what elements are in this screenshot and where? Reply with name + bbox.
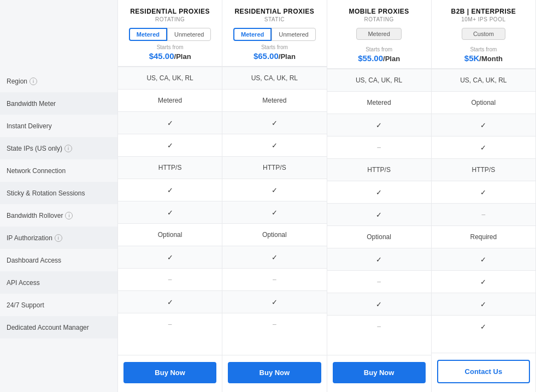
checkmark-icon: ✓ bbox=[480, 300, 486, 308]
tab-unmetered[interactable]: Unmetered bbox=[272, 28, 315, 41]
starts-from-label: Starts from bbox=[228, 44, 321, 50]
dash-icon: – bbox=[168, 320, 172, 328]
cell-text: Metered bbox=[367, 99, 391, 106]
checkmark-icon: ✓ bbox=[272, 298, 278, 306]
plan-cell: HTTP/S bbox=[222, 156, 326, 179]
dash-icon: – bbox=[377, 323, 381, 330]
checkmark-icon: ✓ bbox=[480, 256, 486, 264]
features-column: RegioniBandwidth MeterInstant DeliverySt… bbox=[0, 0, 117, 392]
checkmark-icon: ✓ bbox=[376, 300, 382, 308]
checkmark-icon: ✓ bbox=[480, 278, 486, 286]
feature-label-text: State IPs (US only)i bbox=[7, 145, 72, 152]
plan-header: MOBILE PROXIESROTATINGMeteredStarts from… bbox=[327, 0, 431, 69]
checkmark-icon: ✓ bbox=[480, 323, 486, 331]
plan-cell: US, CA, UK, RL bbox=[222, 67, 326, 89]
plan-cell: Metered bbox=[222, 89, 326, 111]
plan-cell: ✓ bbox=[118, 134, 222, 156]
plan-column-residential-static: RESIDENTIAL PROXIESSTATICMeteredUnmetere… bbox=[222, 0, 326, 392]
plan-cell: ✓ bbox=[222, 134, 326, 156]
features-header-spacer bbox=[0, 0, 117, 70]
plan-cell: Required bbox=[432, 225, 535, 248]
feature-label-row: Instant Delivery bbox=[0, 115, 117, 137]
plan-cell: ✓ bbox=[118, 290, 222, 313]
tab-unmetered[interactable]: Unmetered bbox=[167, 28, 211, 41]
buy-now-button[interactable]: Buy Now bbox=[333, 362, 426, 383]
plan-cell: Optional bbox=[222, 223, 326, 246]
plan-cell: Metered bbox=[327, 91, 431, 114]
info-icon: i bbox=[64, 145, 72, 152]
plan-cell: ✓ bbox=[118, 246, 222, 268]
feature-label-text: Instant Delivery bbox=[7, 122, 52, 130]
tab-metered[interactable]: Metered bbox=[233, 28, 272, 41]
single-tab: Custom bbox=[462, 28, 505, 40]
cell-text: HTTP/S bbox=[367, 166, 391, 174]
dash-icon: – bbox=[168, 276, 172, 283]
feature-label-text: Bandwidth Meter bbox=[7, 100, 56, 108]
plan-cell: ✓ bbox=[432, 248, 535, 270]
price: $65.00/Plan bbox=[228, 51, 321, 61]
feature-label-text: API Access bbox=[7, 279, 40, 287]
cell-text: HTTP/S bbox=[472, 166, 496, 174]
plan-column-mobile-rotating: MOBILE PROXIESROTATINGMeteredStarts from… bbox=[327, 0, 431, 392]
plan-name: RESIDENTIAL PROXIES bbox=[123, 8, 216, 15]
price-amount: $65.00 bbox=[254, 51, 279, 61]
plan-footer: Buy Now bbox=[327, 355, 431, 392]
buy-now-button[interactable]: Buy Now bbox=[123, 362, 216, 383]
dash-icon: – bbox=[273, 320, 276, 328]
checkmark-icon: ✓ bbox=[480, 188, 486, 197]
plan-column-b2b-enterprise: B2B | ENTERPRISE10M+ IPS POOLCustomStart… bbox=[431, 0, 536, 392]
cell-text: Optional bbox=[367, 233, 391, 241]
contact-us-button[interactable]: Contact Us bbox=[437, 360, 530, 383]
plan-cell: ✓ bbox=[432, 270, 535, 293]
plan-cell: ✓ bbox=[327, 293, 431, 315]
price-amount: $55.00 bbox=[358, 54, 383, 63]
plan-cell: ✓ bbox=[222, 179, 326, 201]
plan-cell: ✓ bbox=[222, 290, 326, 313]
plan-cell: Optional bbox=[118, 223, 222, 246]
feature-label-text: Dashboard Access bbox=[7, 257, 61, 264]
checkmark-icon: ✓ bbox=[272, 141, 278, 150]
plan-cell: Optional bbox=[432, 91, 535, 114]
checkmark-icon: ✓ bbox=[272, 253, 278, 262]
feature-label-row: Dedicated Account Manager bbox=[0, 316, 117, 338]
checkmark-icon: ✓ bbox=[272, 186, 278, 194]
plan-subname: ROTATING bbox=[123, 16, 216, 22]
checkmark-icon: ✓ bbox=[272, 209, 278, 217]
plan-cell: ✓ bbox=[222, 111, 326, 134]
single-tab: Metered bbox=[356, 28, 401, 40]
price: $55.00/Plan bbox=[333, 54, 426, 63]
feature-label-row: API Access bbox=[0, 271, 117, 294]
checkmark-icon: ✓ bbox=[167, 119, 173, 127]
checkmark-icon: ✓ bbox=[167, 209, 173, 217]
plan-name: RESIDENTIAL PROXIES bbox=[228, 8, 321, 15]
checkmark-icon: ✓ bbox=[167, 141, 173, 150]
plan-footer: Buy Now bbox=[118, 355, 222, 392]
feature-label-text: Sticky & Rotation Sessions bbox=[7, 189, 85, 197]
cell-text: Optional bbox=[158, 231, 182, 239]
cell-text: Required bbox=[470, 233, 497, 241]
plan-cell: ✓ bbox=[222, 246, 326, 268]
plan-cell: HTTP/S bbox=[432, 158, 535, 181]
plan-cell: HTTP/S bbox=[327, 158, 431, 181]
checkmark-icon: ✓ bbox=[376, 121, 382, 129]
plan-cell: – bbox=[222, 268, 326, 290]
tab-metered[interactable]: Metered bbox=[129, 28, 167, 41]
plan-cell: – bbox=[327, 315, 431, 337]
checkmark-icon: ✓ bbox=[376, 211, 382, 219]
checkmark-icon: ✓ bbox=[167, 298, 173, 306]
feature-label-row: Bandwidth Rolloveri bbox=[0, 204, 117, 227]
plan-header: RESIDENTIAL PROXIESROTATINGMeteredUnmete… bbox=[118, 0, 222, 67]
dash-icon: – bbox=[273, 276, 276, 283]
feature-label-text: Bandwidth Rolloveri bbox=[7, 212, 73, 219]
cell-text: Optional bbox=[262, 231, 287, 239]
price-amount: $45.00 bbox=[149, 51, 174, 61]
plan-cell: US, CA, UK, RL bbox=[432, 69, 535, 91]
feature-label-row: Regioni bbox=[0, 70, 117, 92]
feature-label-row: 24/7 Support bbox=[0, 294, 117, 316]
plan-cell: ✓ bbox=[432, 315, 535, 337]
comparison-table: RegioniBandwidth MeterInstant DeliverySt… bbox=[0, 0, 536, 392]
checkmark-icon: ✓ bbox=[272, 119, 278, 127]
plan-cell: – bbox=[118, 268, 222, 290]
buy-now-button[interactable]: Buy Now bbox=[228, 362, 321, 383]
plan-cell: Optional bbox=[327, 225, 431, 248]
